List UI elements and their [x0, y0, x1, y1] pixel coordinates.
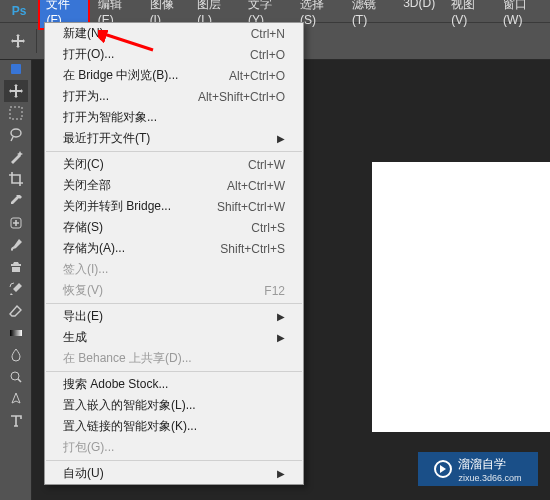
move-tool-indicator-icon: [6, 29, 30, 53]
menuitem-label: 生成: [63, 329, 271, 346]
play-icon: [434, 460, 452, 478]
tool-move[interactable]: [4, 80, 28, 102]
submenu-arrow-icon: ▶: [277, 332, 285, 343]
menuitem-置入嵌入的智能对象[interactable]: 置入嵌入的智能对象(L)...: [45, 395, 303, 416]
menuitem-label: 签入(I)...: [63, 261, 285, 278]
menuitem-label: 打开为智能对象...: [63, 109, 285, 126]
menuitem-shortcut: Alt+Shift+Ctrl+O: [198, 90, 285, 104]
watermark-url: zixue.3d66.com: [458, 473, 521, 483]
tool-magic-wand[interactable]: [4, 146, 28, 168]
menuitem-生成[interactable]: 生成▶: [45, 327, 303, 348]
app-logo: Ps: [8, 1, 30, 21]
menu-滤镜[interactable]: 滤镜(T): [344, 0, 395, 30]
menuitem-label: 置入嵌入的智能对象(L)...: [63, 397, 285, 414]
submenu-arrow-icon: ▶: [277, 311, 285, 322]
menuitem-打包: 打包(G)...: [45, 437, 303, 458]
menuitem-label: 在 Behance 上共享(D)...: [63, 350, 285, 367]
menuitem-label: 导出(E): [63, 308, 271, 325]
menuitem-打开为[interactable]: 打开为...Alt+Shift+Ctrl+O: [45, 86, 303, 107]
svg-point-23: [11, 372, 19, 380]
menuitem-签入: 签入(I)...: [45, 259, 303, 280]
menuitem-label: 打包(G)...: [63, 439, 285, 456]
menuitem-最近打开文件[interactable]: 最近打开文件(T)▶: [45, 128, 303, 149]
menuitem-label: 关闭全部: [63, 177, 227, 194]
tools-flyout-icon[interactable]: [11, 64, 21, 74]
menuitem-打开为智能对象[interactable]: 打开为智能对象...: [45, 107, 303, 128]
menuitem-导出[interactable]: 导出(E)▶: [45, 306, 303, 327]
tool-eyedropper[interactable]: [4, 190, 28, 212]
menuitem-label: 自动(U): [63, 465, 271, 482]
menuitem-搜索 Adobe Stock[interactable]: 搜索 Adobe Stock...: [45, 374, 303, 395]
menuitem-label: 新建(N)...: [63, 25, 251, 42]
separator: [36, 29, 37, 53]
menuitem-label: 存储(S): [63, 219, 251, 236]
menuitem-在 Bridge 中浏览[interactable]: 在 Bridge 中浏览(B)...Alt+Ctrl+O: [45, 65, 303, 86]
tool-clone[interactable]: [4, 256, 28, 278]
tool-history-brush[interactable]: [4, 278, 28, 300]
menuitem-label: 恢复(V): [63, 282, 264, 299]
menuitem-自动[interactable]: 自动(U)▶: [45, 463, 303, 484]
tools-panel: [0, 60, 32, 500]
menubar: Ps 文件(F)编辑(E)图像(I)图层(L)文字(Y)选择(S)滤镜(T)3D…: [0, 0, 550, 22]
menuitem-打开[interactable]: 打开(O)...Ctrl+O: [45, 44, 303, 65]
tool-type[interactable]: [4, 410, 28, 432]
tool-dodge[interactable]: [4, 366, 28, 388]
menuitem-存储[interactable]: 存储(S)Ctrl+S: [45, 217, 303, 238]
menuitem-shortcut: Shift+Ctrl+W: [217, 200, 285, 214]
menuitem-shortcut: Shift+Ctrl+S: [220, 242, 285, 256]
menuitem-label: 在 Bridge 中浏览(B)...: [63, 67, 229, 84]
menu-视图[interactable]: 视图(V): [443, 0, 495, 30]
menuitem-存储为[interactable]: 存储为(A)...Shift+Ctrl+S: [45, 238, 303, 259]
tool-blur[interactable]: [4, 344, 28, 366]
watermark-badge: 溜溜自学 zixue.3d66.com: [418, 452, 538, 486]
tool-crop[interactable]: [4, 168, 28, 190]
menuitem-label: 打开为...: [63, 88, 198, 105]
submenu-arrow-icon: ▶: [277, 133, 285, 144]
menuitem-shortcut: F12: [264, 284, 285, 298]
menuitem-shortcut: Ctrl+O: [250, 48, 285, 62]
watermark-title: 溜溜自学: [458, 456, 521, 473]
menuitem-恢复: 恢复(V)F12: [45, 280, 303, 301]
menuitem-label: 搜索 Adobe Stock...: [63, 376, 285, 393]
submenu-arrow-icon: ▶: [277, 468, 285, 479]
file-menu-dropdown: 新建(N)...Ctrl+N打开(O)...Ctrl+O在 Bridge 中浏览…: [44, 22, 304, 485]
tool-lasso[interactable]: [4, 124, 28, 146]
menuitem-关闭并转到 Bridge[interactable]: 关闭并转到 Bridge...Shift+Ctrl+W: [45, 196, 303, 217]
menuitem-关闭全部[interactable]: 关闭全部Alt+Ctrl+W: [45, 175, 303, 196]
menuitem-置入链接的智能对象[interactable]: 置入链接的智能对象(K)...: [45, 416, 303, 437]
svg-rect-22: [10, 330, 22, 336]
menuitem-label: 存储为(A)...: [63, 240, 220, 257]
menuitem-shortcut: Alt+Ctrl+W: [227, 179, 285, 193]
tool-healing[interactable]: [4, 212, 28, 234]
menuitem-新建[interactable]: 新建(N)...Ctrl+N: [45, 23, 303, 44]
menuitem-label: 关闭(C): [63, 156, 248, 173]
tool-brush[interactable]: [4, 234, 28, 256]
menuitem-shortcut: Ctrl+W: [248, 158, 285, 172]
menuitem-shortcut: Alt+Ctrl+O: [229, 69, 285, 83]
menuitem-在 Behance 上共享: 在 Behance 上共享(D)...: [45, 348, 303, 369]
document-canvas[interactable]: [372, 162, 550, 432]
menuitem-label: 打开(O)...: [63, 46, 250, 63]
tool-gradient[interactable]: [4, 322, 28, 344]
menuitem-shortcut: Ctrl+S: [251, 221, 285, 235]
menuitem-label: 关闭并转到 Bridge...: [63, 198, 217, 215]
menu-窗口[interactable]: 窗口(W): [495, 0, 550, 30]
menuitem-shortcut: Ctrl+N: [251, 27, 285, 41]
menuitem-label: 置入链接的智能对象(K)...: [63, 418, 285, 435]
menuitem-label: 最近打开文件(T): [63, 130, 271, 147]
tool-pen[interactable]: [4, 388, 28, 410]
svg-rect-20: [10, 107, 22, 119]
tool-eraser[interactable]: [4, 300, 28, 322]
menuitem-关闭[interactable]: 关闭(C)Ctrl+W: [45, 154, 303, 175]
menu-3D[interactable]: 3D(D): [395, 0, 443, 30]
tool-marquee[interactable]: [4, 102, 28, 124]
